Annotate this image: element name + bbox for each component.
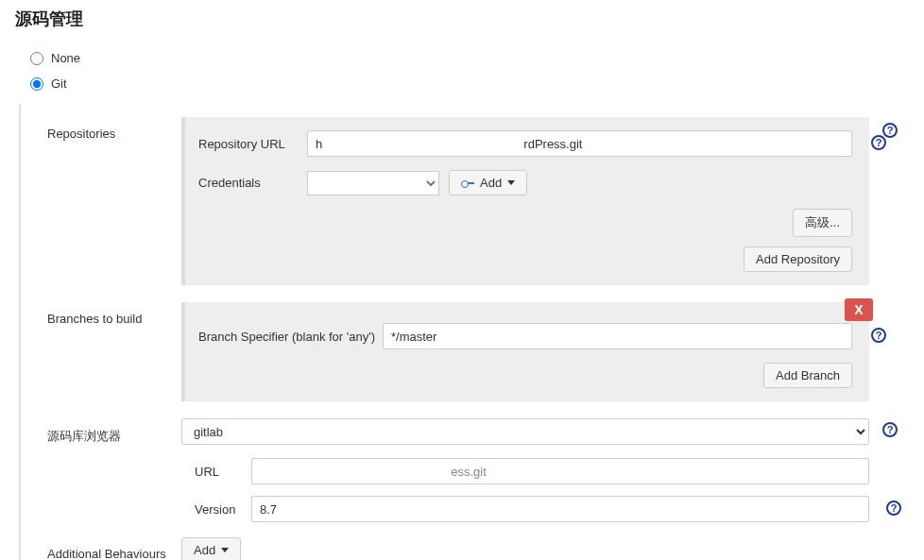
browser-url-input[interactable] [251,458,869,484]
repo-url-label: Repository URL [198,137,307,151]
help-icon[interactable]: ? [871,328,886,343]
branch-box: X Branch Specifier (blank for 'any') ? A… [181,302,869,401]
credentials-label: Credentials [198,176,307,190]
help-icon[interactable]: ? [871,135,886,150]
delete-branch-button[interactable]: X [845,298,873,321]
additional-behaviours-label: Additional Behaviours [21,537,181,560]
scm-radio-none[interactable] [30,52,43,65]
git-config-block: Repositories ? Repository URL ? Credenti… [19,104,911,560]
chevron-down-icon [221,548,229,552]
add-behaviour-label: Add [194,543,215,557]
repositories-row: Repositories ? Repository URL ? Credenti… [21,117,911,285]
credentials-select[interactable] [307,171,439,195]
browser-url-label: URL [195,465,251,479]
browser-version-input[interactable] [251,496,869,522]
repo-browser-row: 源码库浏览器 ? gitlab URL Version ? [21,418,911,534]
help-icon[interactable]: ? [886,501,901,516]
advanced-button[interactable]: 高级... [793,209,852,237]
repo-browser-label: 源码库浏览器 [21,418,181,445]
add-repository-button[interactable]: Add Repository [744,246,852,272]
branches-label: Branches to build [21,302,181,326]
section-title-scm: 源码管理 [15,8,911,30]
repo-browser-select[interactable]: gitlab [181,418,869,445]
chevron-down-icon [507,180,515,185]
scm-radio-git-label: Git [51,76,67,91]
browser-url-row: URL [195,458,869,484]
repo-browser-fields: URL Version ? [181,445,869,522]
branch-spec-label: Branch Specifier (blank for 'any') [198,330,383,344]
repository-box: Repository URL ? Credentials Add [181,117,869,285]
branches-row: Branches to build X Branch Specifier (bl… [21,302,911,401]
add-behaviour-button[interactable]: Add [181,537,241,560]
credentials-add-label: Add [480,176,502,190]
scm-option-git[interactable]: Git [13,73,911,98]
key-icon [461,179,474,187]
scm-radio-none-label: None [51,51,80,65]
scm-radio-git[interactable] [30,77,43,91]
credentials-add-button[interactable]: Add [449,170,527,195]
help-icon[interactable]: ? [882,422,898,437]
repo-url-row: Repository URL ? [198,130,852,157]
credentials-row: Credentials Add [198,170,852,195]
branch-spec-input[interactable] [383,323,852,349]
additional-behaviours-row: Additional Behaviours Add [21,537,911,560]
add-branch-button[interactable]: Add Branch [763,363,852,388]
branch-spec-row: Branch Specifier (blank for 'any') ? [198,323,852,349]
browser-version-label: Version [195,502,251,517]
repo-url-input[interactable] [307,130,852,157]
repositories-label: Repositories [21,117,181,141]
browser-version-row: Version ? [195,496,869,522]
help-icon[interactable]: ? [882,123,898,138]
scm-option-none[interactable]: None [13,47,911,73]
